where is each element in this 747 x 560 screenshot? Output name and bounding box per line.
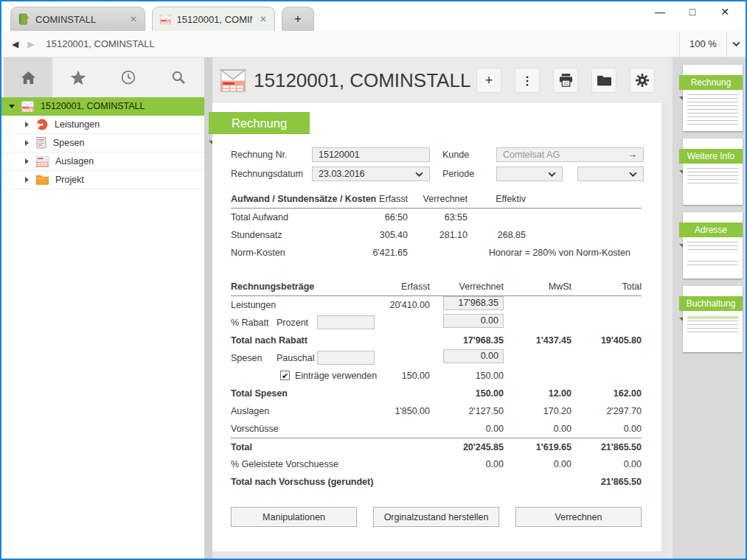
thumbnail-label: Rechnung bbox=[679, 75, 743, 90]
table-title: Rechnungsbeträge bbox=[231, 278, 330, 295]
thumbnail-rechnung[interactable]: Rechnung bbox=[683, 65, 743, 131]
print-button[interactable] bbox=[553, 68, 578, 93]
tab-invoice[interactable]: 15120001, COMIN... ✕ bbox=[152, 7, 275, 31]
verrechnet-input[interactable]: 0.00 bbox=[443, 314, 504, 328]
tree-item-projekt[interactable]: Projekt bbox=[1, 171, 204, 189]
zoom-level[interactable]: 100 % bbox=[679, 31, 726, 57]
kunde-field[interactable]: Comtelsat AG → bbox=[496, 147, 644, 162]
navigation-toolbar: ◀ ▶ 15120001, COMINSTALL 100 % bbox=[1, 31, 746, 57]
folder-icon bbox=[36, 175, 49, 185]
table-row: Total Aufwand 66:50 63:55 bbox=[231, 209, 642, 226]
eintraege-checkbox[interactable]: ✔ bbox=[280, 371, 290, 380]
tab-cominstall[interactable]: COMINSTALL ✕ bbox=[10, 7, 145, 31]
forward-icon[interactable]: ▶ bbox=[27, 39, 34, 49]
erfasst-value: 1'850.00 bbox=[330, 402, 430, 420]
total-value: 162.00 bbox=[571, 385, 642, 402]
periode-dropdown-1[interactable] bbox=[496, 167, 563, 181]
zoom-dropdown[interactable] bbox=[726, 31, 746, 57]
col-header-erfasst: Erfasst bbox=[334, 190, 408, 208]
manipulationen-button[interactable]: Manipulationen bbox=[231, 507, 357, 527]
tab-close-icon[interactable]: ✕ bbox=[252, 14, 267, 24]
expander-collapsed-icon[interactable] bbox=[22, 122, 31, 127]
folder-button[interactable] bbox=[591, 68, 616, 93]
tree-item-leistungen[interactable]: Leistungen bbox=[1, 116, 204, 134]
minimize-button[interactable]: — bbox=[653, 6, 667, 18]
rechnungsdatum-dropdown[interactable]: 23.03.2016 bbox=[312, 167, 430, 181]
verrechnet-value: 0.00 bbox=[430, 455, 504, 473]
section-tab-rechnung[interactable]: Rechnung bbox=[209, 112, 310, 134]
verrechnet-value: 20'245.85 bbox=[430, 438, 504, 456]
settings-button[interactable] bbox=[630, 68, 655, 93]
preview-panel: Rechnung Weitere Info Adresse Buchhaltun… bbox=[667, 57, 746, 559]
row-label: Total Spesen bbox=[231, 385, 430, 402]
verrechnet-value: 17'968.35 bbox=[430, 332, 504, 349]
verrechnet-value: 150.00 bbox=[430, 385, 504, 402]
rechnung-nr-field[interactable]: 15120001 bbox=[312, 147, 430, 162]
mwst-value: 0.00 bbox=[504, 420, 571, 438]
mwst-value: 12.00 bbox=[504, 385, 571, 402]
row-leistungen: Leistungen 20'410.00 17'968.35 bbox=[231, 296, 642, 314]
thumbnail-adresse[interactable]: Adresse bbox=[683, 212, 743, 279]
maximize-button[interactable]: □ bbox=[685, 6, 700, 18]
verrechnet-value: 2'127.50 bbox=[430, 402, 504, 420]
chevron-down-icon bbox=[548, 172, 556, 177]
row-label: Norm-Kosten bbox=[231, 244, 334, 262]
periode-label: Periode bbox=[442, 169, 496, 179]
table-title: Aufwand / Stundensätze / Kosten bbox=[231, 190, 334, 208]
tree-item-auslagen[interactable]: Auslagen bbox=[1, 153, 204, 171]
col-header-mwst: MwSt bbox=[504, 278, 571, 295]
open-reference-icon[interactable]: → bbox=[628, 150, 638, 160]
erfasst-value: 150.00 bbox=[330, 367, 430, 385]
expander-expanded-icon[interactable] bbox=[7, 105, 16, 108]
verrechnet-input[interactable]: 17'968.35 bbox=[443, 296, 504, 310]
chevron-down-icon bbox=[629, 172, 637, 177]
new-tab-button[interactable]: + bbox=[282, 7, 314, 31]
verrechnet-value: 63:55 bbox=[408, 209, 468, 226]
verrechnet-value: 281.10 bbox=[408, 226, 468, 244]
header-buttons: + ⋮ bbox=[476, 68, 655, 93]
expander-collapsed-icon[interactable] bbox=[22, 140, 31, 146]
col-header-erfasst: Erfasst bbox=[330, 278, 430, 295]
tab-home[interactable] bbox=[4, 57, 52, 97]
col-header-verrechnet: Verrechnet bbox=[430, 278, 504, 295]
row-total-nach-rabatt: Total nach Rabatt 17'968.35 1'437.45 19'… bbox=[231, 332, 642, 349]
titlebar: COMINSTALL ✕ 15120001, COMIN... ✕ + — □ … bbox=[1, 1, 746, 31]
col-header-verrechnet: Verrechnet bbox=[408, 190, 468, 208]
close-button[interactable]: ✕ bbox=[718, 6, 732, 18]
tab-close-icon[interactable]: ✕ bbox=[122, 14, 137, 24]
invoice-form: Rechnung Nr. 15120001 Kunde Comtelsat AG… bbox=[231, 147, 642, 185]
footer-buttons: Manipulationen Orginalzustand herstellen… bbox=[231, 507, 642, 527]
thumbnail-content bbox=[687, 168, 738, 186]
expander-collapsed-icon[interactable] bbox=[22, 177, 31, 183]
thumbnail-weitere-info[interactable]: Weitere Info bbox=[683, 139, 743, 205]
row-spesen: Spesen Pauschal % 0.00 bbox=[231, 349, 642, 367]
tab-history[interactable] bbox=[104, 57, 153, 97]
left-panel: 15120001, COMINSTALL Leistungen Spesen A… bbox=[1, 57, 204, 559]
pie-chart-icon bbox=[36, 119, 48, 130]
verrechnen-button[interactable]: Verrechnen bbox=[515, 507, 642, 527]
folder-icon bbox=[597, 74, 611, 86]
printer-icon bbox=[559, 74, 573, 87]
row-label: Stundensatz bbox=[231, 226, 334, 244]
add-button[interactable]: + bbox=[476, 68, 501, 93]
tree-item-invoice[interactable]: 15120001, COMINSTALL bbox=[1, 97, 204, 116]
project-tree: 15120001, COMINSTALL Leistungen Spesen A… bbox=[1, 97, 204, 559]
tab-favorites[interactable] bbox=[54, 57, 103, 97]
mwst-value: 170.20 bbox=[504, 402, 571, 420]
app-window: COMINSTALL ✕ 15120001, COMIN... ✕ + — □ … bbox=[0, 0, 747, 560]
row-geleistete-vorschuesse: % Geleistete Vorschuesse 0.00 0.00 0.00 bbox=[231, 455, 642, 473]
tab-search[interactable] bbox=[154, 57, 203, 97]
tree-item-spesen[interactable]: Spesen bbox=[1, 134, 204, 153]
more-options-button[interactable]: ⋮ bbox=[515, 68, 540, 93]
thumbnail-content bbox=[687, 261, 738, 267]
expander-collapsed-icon[interactable] bbox=[22, 158, 31, 164]
thumbnail-buchhaltung[interactable]: Buchhaltung bbox=[683, 286, 743, 352]
tree-item-label: Leistungen bbox=[55, 119, 100, 130]
verrechnet-value: 150.00 bbox=[430, 367, 504, 385]
row-total-spesen: Total Spesen 150.00 12.00 162.00 bbox=[231, 385, 642, 402]
originalzustand-button[interactable]: Orginalzustand herstellen bbox=[373, 507, 499, 527]
verrechnet-input[interactable]: 0.00 bbox=[443, 349, 504, 363]
tree-item-label: 15120001, COMINSTALL bbox=[41, 101, 145, 111]
back-icon[interactable]: ◀ bbox=[12, 39, 18, 49]
periode-dropdown-2[interactable] bbox=[577, 167, 644, 181]
